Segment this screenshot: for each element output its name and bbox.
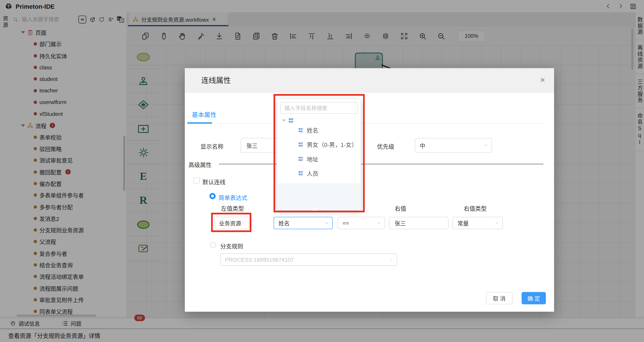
priority-label: 优先级	[377, 142, 394, 150]
modal-header: 连线属性 ✕	[185, 68, 554, 93]
display-name-label: 显示名称	[200, 142, 224, 150]
default-line-checkbox[interactable]	[194, 177, 200, 184]
default-line-label: 默认连线	[202, 178, 226, 186]
tab-basic-properties[interactable]: 基本属性	[192, 110, 216, 119]
advanced-section-divider	[219, 164, 544, 164]
modal-title: 连线属性	[201, 68, 231, 93]
advanced-section-label: 高级属性	[188, 160, 212, 169]
annotation-rect-popup	[274, 94, 365, 212]
chevron-down-icon	[484, 143, 488, 148]
tab-divider	[187, 123, 543, 124]
chevron-down-icon	[389, 257, 394, 262]
chevron-down-icon	[494, 221, 499, 225]
annotation-rect-left-type	[211, 213, 252, 232]
simple-expression-radio[interactable]	[209, 193, 216, 199]
ok-button[interactable]: 确 定	[522, 292, 546, 304]
chevron-up-icon	[324, 221, 329, 225]
branch-rule-select[interactable]: PROCESS:1699519874107	[220, 254, 397, 266]
branch-rule-radio[interactable]	[210, 242, 216, 248]
close-icon[interactable]: ✕	[538, 76, 547, 85]
line-properties-modal: 连线属性 ✕ 基本属性 显示名称 优先级 中 高级属性 默认连线 简单表达式 左…	[185, 68, 554, 312]
active-tab-underline	[187, 122, 212, 124]
right-value-input[interactable]	[394, 220, 442, 226]
operator-select[interactable]: ==	[338, 217, 385, 229]
right-value-field[interactable]	[389, 217, 448, 229]
left-type-label: 左值类型	[221, 204, 244, 212]
app-screen: Primeton-IDE 资源 AI En 文 页面	[0, 0, 644, 342]
right-type-select[interactable]: 常量	[452, 217, 503, 229]
chevron-down-icon	[377, 221, 381, 225]
left-value-select[interactable]: 姓名	[274, 217, 333, 229]
simple-expression-label[interactable]: 简单表达式	[218, 194, 248, 202]
right-value-label: 右值	[394, 204, 406, 212]
priority-select[interactable]: 中	[415, 138, 492, 153]
cancel-button[interactable]: 取 消	[486, 292, 512, 304]
right-type-label: 右值类型	[464, 204, 487, 212]
branch-rule-label: 分支规则	[220, 242, 243, 250]
